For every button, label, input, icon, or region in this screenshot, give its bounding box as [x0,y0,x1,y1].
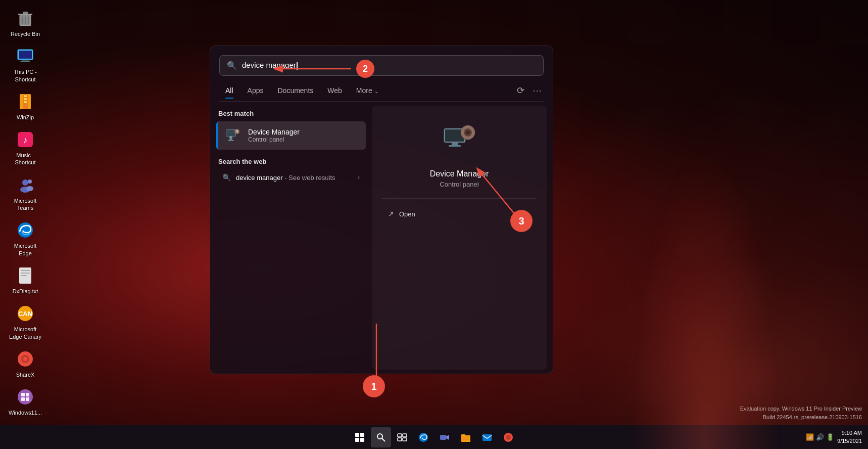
desktop-icons-container: Recycle Bin This PC - Shortcut [0,0,51,424]
desktop-icon-edge-canary[interactable]: CAN Microsoft Edge Canary [5,300,45,343]
tab-documents[interactable]: Documents [271,83,319,98]
svg-rect-64 [398,434,402,437]
taskbar-mail-icon[interactable] [477,427,497,447]
win11-icon [15,387,35,407]
right-panel-device-manager-icon [439,121,479,161]
volume-icon[interactable]: 🔊 [816,433,824,441]
best-match-item[interactable]: Device Manager Control panel [216,121,366,150]
svg-point-62 [377,434,382,439]
watermark-line1: Evaluation copy. Windows 11 Pro Insider … [740,405,862,413]
taskbar-taskview-button[interactable] [392,427,412,447]
tab-more[interactable]: More ⌄ [350,83,384,98]
right-panel: Device Manager Control panel ↗ Open [372,106,547,370]
svg-rect-9 [20,61,30,62]
this-pc-icon [15,46,35,66]
nav-tabs: All Apps Documents Web More ⌄ ⟳ ⋯ [210,81,553,98]
best-match-text: Device Manager Control panel [248,128,300,143]
right-panel-title: Device Manager [430,169,489,178]
web-search-label: Search the web [216,158,366,165]
svg-rect-39 [229,139,232,140]
desktop-icon-recycle-bin[interactable]: Recycle Bin [5,5,45,40]
web-search-item[interactable]: 🔍 device manager - See web results › [216,169,366,186]
tab-apps[interactable]: Apps [242,83,270,98]
action-open-label: Open [399,210,415,218]
svg-rect-65 [403,434,407,437]
music-icon: ♪ [15,129,35,150]
taskbar-search-button[interactable] [371,427,391,447]
winzip-label: WinZip [17,114,34,121]
tab-web[interactable]: Web [321,83,348,98]
dxdiag-icon [15,265,35,286]
svg-rect-52 [473,131,475,133]
search-bar[interactable]: 🔍 device manager [219,55,544,76]
watermark: Evaluation copy. Windows 11 Pro Insider … [740,405,862,421]
desktop-icon-teams[interactable]: Microsoft Teams [5,172,45,215]
svg-rect-24 [21,273,30,274]
more-options-icon[interactable]: ⋯ [531,83,544,98]
desktop-icon-music[interactable]: ♪ Music - Shortcut [5,126,45,169]
desktop: Recycle Bin This PC - Shortcut [0,0,868,449]
svg-point-38 [229,136,232,139]
svg-line-63 [382,438,385,441]
nav-right-icons: ⟳ ⋯ [515,83,544,98]
svg-point-48 [466,130,470,134]
svg-rect-71 [461,434,465,436]
web-search-keyword: device manager [236,174,283,182]
svg-rect-33 [26,393,29,396]
search-input[interactable]: device manager [242,61,536,70]
svg-rect-49 [467,125,469,127]
svg-rect-59 [360,433,364,437]
taskbar-app-icon[interactable] [498,427,518,447]
taskbar-time-text: 9:10 AM [837,429,862,437]
taskbar-windows-button[interactable] [350,427,370,447]
network-icon[interactable]: 📶 [806,433,814,441]
svg-rect-72 [462,437,469,438]
svg-rect-35 [26,397,29,401]
edge-canary-icon: CAN [15,303,35,324]
desktop-icon-sharex[interactable]: ShareX [5,346,45,381]
svg-rect-50 [467,138,469,140]
svg-point-30 [23,357,27,361]
svg-rect-13 [24,98,27,100]
svg-rect-34 [21,397,25,401]
edge-icon [15,220,35,240]
svg-point-76 [506,435,511,440]
taskbar: 📶 🔊 🔋 9:10 AM 9/15/2021 [0,425,868,449]
tab-all[interactable]: All [219,83,239,98]
desktop-icon-win11[interactable]: Windows11... [5,384,45,419]
recycle-bin-label: Recycle Bin [11,30,40,37]
edge-canary-label: Microsoft Edge Canary [8,326,42,340]
svg-text:CAN: CAN [18,310,32,318]
taskbar-clock[interactable]: 9:10 AM 9/15/2021 [837,429,862,445]
taskbar-explorer-icon[interactable] [456,427,476,447]
svg-rect-7 [19,51,32,59]
desktop-icon-dxdiag[interactable]: DxDiag.txt [5,262,45,298]
sys-icons: 📶 🔊 🔋 [806,433,834,441]
taskbar-date-text: 9/15/2021 [837,437,862,445]
svg-rect-44 [452,143,458,145]
share-icon[interactable]: ⟳ [515,83,526,98]
battery-icon[interactable]: 🔋 [826,433,834,441]
desktop-icon-edge[interactable]: Microsoft Edge [5,217,45,260]
svg-rect-67 [403,438,407,441]
svg-point-31 [18,389,33,405]
taskbar-edge-icon[interactable] [413,427,433,447]
web-search-suffix: - See web results [283,174,335,182]
desktop-icon-winzip[interactable]: WinZip [5,88,45,124]
best-match-subtitle: Control panel [248,136,300,143]
svg-rect-45 [449,145,461,147]
svg-text:♪: ♪ [23,135,28,145]
recycle-bin-icon [15,8,35,28]
edge-label: Microsoft Edge [8,242,42,257]
right-panel-subtitle: Control panel [440,181,478,188]
svg-rect-32 [21,393,25,396]
svg-rect-14 [24,101,27,103]
web-search-icon: 🔍 [222,173,231,182]
annotation-1-circle: 1 [363,375,385,397]
svg-rect-61 [360,438,364,442]
svg-rect-51 [461,131,463,133]
desktop-icon-this-pc[interactable]: This PC - Shortcut [5,43,45,86]
left-panel: Best match [210,102,372,374]
taskbar-center [350,427,518,447]
taskbar-teams-icon[interactable] [435,427,455,447]
